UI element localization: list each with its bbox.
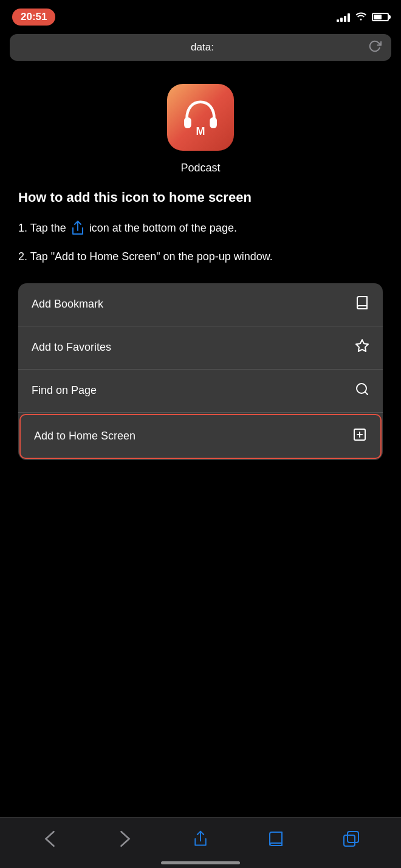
menu-item-label: Add to Favorites bbox=[32, 341, 111, 354]
svg-rect-9 bbox=[348, 832, 358, 842]
menu-item-find-on-page[interactable]: Find on Page bbox=[18, 370, 383, 413]
forward-button[interactable] bbox=[112, 825, 139, 852]
app-title: Podcast bbox=[180, 162, 220, 174]
book-icon bbox=[355, 295, 369, 314]
menu-item-label: Add Bookmark bbox=[32, 298, 103, 311]
back-button[interactable] bbox=[36, 825, 63, 852]
main-content: M Podcast How to add this icon to home s… bbox=[0, 66, 401, 545]
svg-rect-10 bbox=[344, 835, 355, 846]
home-indicator bbox=[161, 861, 240, 864]
status-time: 20:51 bbox=[12, 9, 55, 26]
instruction-step1: 1. Tap the icon at the bottom of the pag… bbox=[18, 220, 383, 236]
svg-line-5 bbox=[365, 391, 368, 394]
instruction-step2: 2. Tap "Add to Home Screen" on the pop-u… bbox=[18, 249, 383, 265]
menu-list: Add Bookmark Add to Favorites Find on Pa… bbox=[18, 283, 383, 460]
menu-item-add-home-screen[interactable]: Add to Home Screen bbox=[19, 414, 382, 459]
svg-text:M: M bbox=[196, 125, 205, 137]
battery-icon bbox=[372, 13, 389, 21]
instructions: How to add this icon to home screen 1. T… bbox=[18, 189, 383, 277]
reload-button[interactable] bbox=[368, 40, 382, 56]
bottom-toolbar bbox=[0, 817, 401, 868]
wifi-icon bbox=[355, 11, 367, 23]
app-icon: M bbox=[167, 84, 234, 151]
svg-rect-0 bbox=[184, 117, 191, 128]
menu-item-label: Add to Home Screen bbox=[34, 430, 135, 443]
menu-item-add-favorites[interactable]: Add to Favorites bbox=[18, 326, 383, 370]
svg-rect-1 bbox=[210, 117, 217, 128]
svg-marker-3 bbox=[356, 340, 368, 351]
tabs-button[interactable] bbox=[338, 825, 365, 852]
menu-item-label: Find on Page bbox=[32, 384, 97, 397]
plus-square-icon bbox=[352, 427, 367, 446]
address-bar[interactable]: data: bbox=[10, 34, 391, 61]
bookmarks-button[interactable] bbox=[262, 825, 289, 852]
share-button[interactable] bbox=[187, 825, 214, 852]
star-icon bbox=[355, 339, 369, 357]
status-icons bbox=[337, 11, 389, 23]
search-icon bbox=[355, 382, 369, 400]
menu-item-add-bookmark[interactable]: Add Bookmark bbox=[18, 283, 383, 326]
status-bar: 20:51 bbox=[0, 0, 401, 32]
headphone-icon: M bbox=[179, 95, 222, 139]
instruction-heading: How to add this icon to home screen bbox=[18, 189, 383, 207]
share-icon-inline bbox=[71, 221, 84, 236]
signal-icon bbox=[337, 12, 350, 22]
url-display[interactable]: data: bbox=[36, 41, 368, 53]
